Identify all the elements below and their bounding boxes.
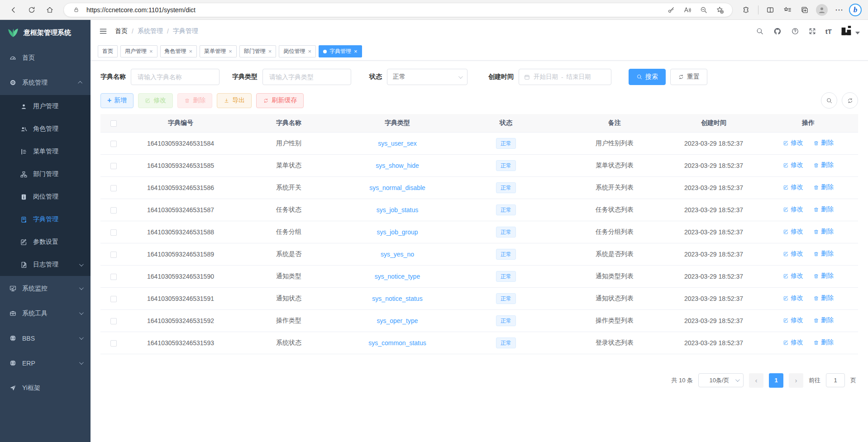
show-search-button[interactable] xyxy=(821,92,837,109)
sidebar-item-erp[interactable]: ERP xyxy=(0,351,91,375)
row-edit-button[interactable]: 修改 xyxy=(783,228,803,236)
add-favorite-icon[interactable] xyxy=(714,4,726,16)
dict-type-link[interactable]: sys_notice_status xyxy=(372,295,422,302)
tab-dict-management[interactable]: 字典管理× xyxy=(319,45,362,57)
row-checkbox[interactable] xyxy=(110,141,117,147)
profile-avatar[interactable] xyxy=(815,3,829,17)
home-icon[interactable] xyxy=(43,3,57,17)
row-delete-button[interactable]: 删除 xyxy=(813,316,834,324)
dict-type-link[interactable]: sys_show_hide xyxy=(376,162,419,169)
next-page-button[interactable]: › xyxy=(789,373,803,388)
row-delete-button[interactable]: 删除 xyxy=(813,250,834,258)
reload-icon[interactable] xyxy=(24,3,39,17)
sidebar-item-home[interactable]: 首页 xyxy=(0,45,91,70)
favorites-icon[interactable] xyxy=(780,3,795,17)
dict-type-link[interactable]: sys_normal_disable xyxy=(369,184,425,191)
address-bar[interactable]: https://ccnetcore.com:1101/system/dict xyxy=(63,3,733,17)
close-icon[interactable]: × xyxy=(354,48,358,54)
row-edit-button[interactable]: 修改 xyxy=(783,161,803,169)
close-icon[interactable]: × xyxy=(308,48,311,54)
split-screen-icon[interactable] xyxy=(763,3,777,17)
row-edit-button[interactable]: 修改 xyxy=(783,316,803,324)
row-delete-button[interactable]: 删除 xyxy=(813,161,834,169)
row-edit-button[interactable]: 修改 xyxy=(783,250,803,258)
edit-button[interactable]: 修改 xyxy=(138,93,173,108)
close-icon[interactable]: × xyxy=(189,48,193,54)
dict-type-link[interactable]: sys_common_status xyxy=(368,339,426,347)
row-delete-button[interactable]: 删除 xyxy=(813,228,834,236)
tab-home[interactable]: 首页 xyxy=(98,45,118,57)
sidebar-item-user-management[interactable]: 用户管理 xyxy=(0,95,91,118)
sidebar-item-menu-management[interactable]: 菜单管理 xyxy=(0,140,91,163)
goto-page-input[interactable] xyxy=(826,373,845,387)
tab-user-management[interactable]: 用户管理× xyxy=(120,45,157,57)
search-icon[interactable] xyxy=(756,27,764,35)
dict-type-input[interactable] xyxy=(262,69,351,85)
sidebar-item-role-management[interactable]: 角色管理 xyxy=(0,118,91,140)
tab-role-management[interactable]: 角色管理× xyxy=(160,45,197,57)
row-checkbox[interactable] xyxy=(110,274,117,280)
row-edit-button[interactable]: 修改 xyxy=(783,272,803,280)
sidebar-item-param-settings[interactable]: 参数设置 xyxy=(0,231,91,253)
sidebar-item-yi-framework[interactable]: Yi框架 xyxy=(0,375,91,400)
dict-type-link[interactable]: sys_yes_no xyxy=(381,251,414,258)
row-delete-button[interactable]: 删除 xyxy=(813,139,834,147)
github-icon[interactable] xyxy=(773,27,782,36)
row-edit-button[interactable]: 修改 xyxy=(783,183,803,191)
dict-name-input[interactable] xyxy=(131,69,219,85)
sidebar-item-bbs[interactable]: BBS xyxy=(0,326,91,351)
tab-post-management[interactable]: 岗位管理× xyxy=(279,45,316,57)
tab-dept-management[interactable]: 部门管理× xyxy=(239,45,277,57)
row-checkbox[interactable] xyxy=(110,296,117,302)
row-checkbox[interactable] xyxy=(110,207,117,214)
dict-type-link[interactable]: sys_user_sex xyxy=(378,140,417,147)
reset-button[interactable]: 重置 xyxy=(670,69,707,85)
refresh-cache-button[interactable]: 刷新缓存 xyxy=(256,93,304,108)
dict-type-link[interactable]: sys_notice_type xyxy=(375,273,420,280)
row-delete-button[interactable]: 删除 xyxy=(813,294,834,302)
sidebar-item-post-management[interactable]: 岗位管理 xyxy=(0,185,91,208)
select-all-checkbox[interactable] xyxy=(110,120,117,127)
back-icon[interactable] xyxy=(6,3,21,17)
collections-icon[interactable] xyxy=(797,3,812,17)
sidebar-item-system-tools[interactable]: 系统工具 xyxy=(0,301,91,326)
close-icon[interactable]: × xyxy=(268,48,272,54)
row-edit-button[interactable]: 修改 xyxy=(783,205,803,214)
password-key-icon[interactable] xyxy=(665,4,677,16)
row-checkbox[interactable] xyxy=(110,340,117,347)
start-date-placeholder[interactable]: 开始日期 xyxy=(534,73,558,81)
zoom-out-icon[interactable] xyxy=(698,4,710,16)
row-checkbox[interactable] xyxy=(110,163,117,169)
dict-type-link[interactable]: sys_job_group xyxy=(377,228,418,236)
sidebar-item-dept-management[interactable]: 部门管理 xyxy=(0,163,91,185)
search-button[interactable]: 搜索 xyxy=(629,69,666,85)
row-checkbox[interactable] xyxy=(110,229,117,236)
close-icon[interactable]: × xyxy=(149,48,153,54)
row-edit-button[interactable]: 修改 xyxy=(783,294,803,302)
row-delete-button[interactable]: 删除 xyxy=(813,272,834,280)
row-checkbox[interactable] xyxy=(110,185,117,191)
font-size-icon[interactable]: tT xyxy=(825,28,832,35)
prev-page-button[interactable]: ‹ xyxy=(749,373,763,388)
sidebar-item-system-monitor[interactable]: 系统监控 xyxy=(0,276,91,301)
row-delete-button[interactable]: 删除 xyxy=(813,205,834,214)
fullscreen-icon[interactable] xyxy=(808,27,816,35)
collapse-menu-icon[interactable] xyxy=(99,27,108,36)
row-checkbox[interactable] xyxy=(110,252,117,258)
delete-button[interactable]: 删除 xyxy=(177,93,212,108)
row-delete-button[interactable]: 删除 xyxy=(813,183,834,191)
row-edit-button[interactable]: 修改 xyxy=(783,338,803,347)
status-select[interactable]: 正常 xyxy=(387,69,467,85)
row-delete-button[interactable]: 删除 xyxy=(813,338,834,347)
breadcrumb-home[interactable]: 首页 xyxy=(115,27,128,35)
user-avatar-menu[interactable] xyxy=(841,26,860,37)
url-text[interactable]: https://ccnetcore.com:1101/system/dict xyxy=(86,6,196,14)
date-range-picker[interactable]: 开始日期 - 结束日期 xyxy=(519,69,611,85)
add-button[interactable]: + 新增 xyxy=(100,93,134,108)
refresh-table-button[interactable] xyxy=(842,92,858,109)
help-icon[interactable] xyxy=(791,27,799,35)
page-size-select[interactable]: 10条/页 xyxy=(698,373,744,387)
lock-icon[interactable] xyxy=(70,4,82,16)
read-aloud-icon[interactable] xyxy=(682,4,693,16)
export-button[interactable]: 导出 xyxy=(217,93,252,108)
